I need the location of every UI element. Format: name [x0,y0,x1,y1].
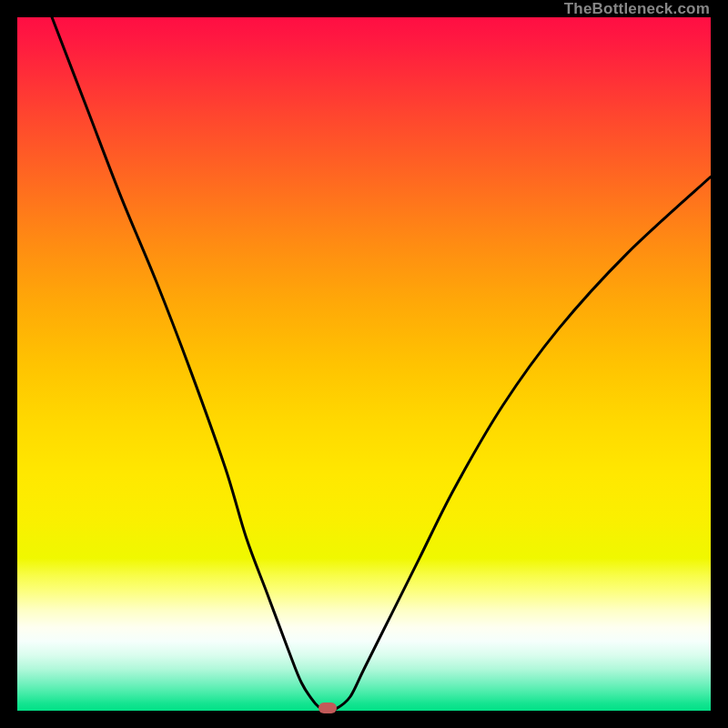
bottleneck-curve [17,17,711,711]
optimum-marker [318,703,337,713]
watermark-text: TheBottleneck.com [564,0,710,18]
